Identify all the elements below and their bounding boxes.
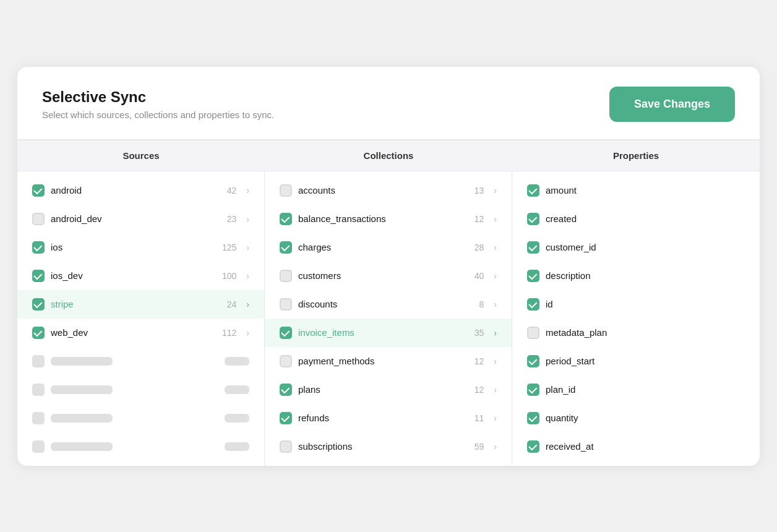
checkbox[interactable] [32, 184, 45, 197]
item-name: discounts [298, 299, 473, 309]
skeleton-name [51, 385, 113, 394]
list-item[interactable]: customer_id [512, 233, 760, 262]
list-item[interactable]: plans 12 › [265, 375, 512, 404]
checkbox[interactable] [527, 184, 539, 197]
collections-column-header: Collections [265, 150, 512, 161]
chevron-icon[interactable]: › [246, 328, 249, 338]
chevron-icon[interactable]: › [494, 385, 497, 395]
list-item[interactable]: ios_dev 100 › [17, 262, 264, 290]
checkbox[interactable] [280, 213, 292, 225]
sources-column-header: Sources [17, 150, 265, 161]
list-item[interactable]: web_dev 112 › [17, 319, 264, 347]
list-item[interactable]: id [512, 290, 760, 319]
skeleton-count [225, 414, 249, 423]
list-item[interactable]: balance_transactions 12 › [265, 205, 512, 233]
chevron-icon[interactable]: › [246, 299, 249, 309]
chevron-icon[interactable]: › [494, 214, 497, 224]
header-left: Selective Sync Select which sources, col… [42, 88, 274, 120]
checkbox[interactable] [527, 327, 539, 339]
save-button[interactable]: Save Changes [609, 87, 735, 122]
list-item[interactable]: received_at [512, 432, 760, 461]
list-item[interactable]: subscriptions 59 › [265, 432, 512, 461]
checkbox[interactable] [32, 298, 45, 311]
main-card: Selective Sync Select which sources, col… [17, 67, 760, 466]
checkbox[interactable] [280, 355, 292, 367]
checkbox[interactable] [527, 355, 539, 367]
item-name: amount [546, 185, 745, 195]
page-subtitle: Select which sources, collections and pr… [42, 109, 274, 120]
list-item[interactable]: accounts 13 › [265, 176, 512, 205]
item-count: 12 [474, 385, 484, 395]
item-count: 112 [222, 328, 236, 338]
list-item[interactable]: metadata_plan [512, 319, 760, 347]
checkbox[interactable] [32, 213, 45, 225]
checkbox[interactable] [527, 298, 539, 311]
checkbox[interactable] [280, 298, 292, 311]
item-name: customers [298, 270, 468, 281]
checkbox[interactable] [527, 213, 539, 225]
chevron-icon[interactable]: › [246, 271, 249, 281]
checkbox[interactable] [527, 384, 539, 396]
checkbox[interactable] [280, 327, 292, 339]
item-count: 28 [474, 242, 484, 252]
item-name: period_start [546, 356, 745, 366]
checkbox[interactable] [527, 241, 539, 254]
properties-column: amount created customer_id description i… [512, 171, 760, 466]
list-item[interactable]: plan_id [512, 375, 760, 404]
list-item[interactable]: period_start [512, 347, 760, 375]
chevron-icon[interactable]: › [494, 186, 497, 195]
checkbox[interactable] [527, 270, 539, 282]
item-name: android [51, 185, 221, 195]
checkbox[interactable] [527, 440, 539, 453]
item-name: ios [51, 242, 216, 252]
item-count: 8 [479, 299, 484, 309]
checkbox[interactable] [280, 241, 292, 254]
list-item[interactable]: discounts 8 › [265, 290, 512, 319]
list-item[interactable]: amount [512, 176, 760, 205]
list-item[interactable]: payment_methods 12 › [265, 347, 512, 375]
skeleton-count [225, 385, 249, 394]
chevron-icon[interactable]: › [494, 299, 497, 309]
skeleton-checkbox [32, 355, 45, 367]
list-item[interactable]: ios 125 › [17, 233, 264, 262]
list-item[interactable]: android 42 › [17, 176, 264, 205]
checkbox[interactable] [32, 327, 45, 339]
chevron-icon[interactable]: › [246, 214, 249, 224]
checkbox[interactable] [527, 412, 539, 424]
checkbox[interactable] [280, 384, 292, 396]
skeleton-name [51, 442, 113, 451]
item-name: received_at [546, 441, 745, 452]
chevron-icon[interactable]: › [494, 442, 497, 452]
item-name: charges [298, 242, 468, 252]
skeleton-name [51, 414, 113, 423]
list-item[interactable]: customers 40 › [265, 262, 512, 290]
header: Selective Sync Select which sources, col… [17, 67, 760, 140]
checkbox[interactable] [280, 184, 292, 197]
chevron-icon[interactable]: › [494, 242, 497, 252]
list-item[interactable]: quantity [512, 404, 760, 432]
list-item[interactable]: android_dev 23 › [17, 205, 264, 233]
chevron-icon[interactable]: › [246, 242, 249, 252]
chevron-icon[interactable]: › [494, 413, 497, 423]
chevron-icon[interactable]: › [494, 328, 497, 338]
list-item[interactable]: invoice_items 35 › [265, 319, 512, 347]
checkbox[interactable] [32, 270, 45, 282]
chevron-icon[interactable]: › [494, 271, 497, 281]
chevron-icon[interactable]: › [494, 356, 497, 366]
list-item[interactable]: refunds 11 › [265, 404, 512, 432]
list-item[interactable]: stripe 24 › [17, 290, 264, 319]
checkbox[interactable] [280, 412, 292, 424]
list-item[interactable]: charges 28 › [265, 233, 512, 262]
list-item[interactable]: description [512, 262, 760, 290]
checkbox[interactable] [280, 440, 292, 453]
list-item[interactable]: created [512, 205, 760, 233]
list-item [17, 375, 264, 404]
chevron-icon[interactable]: › [246, 186, 249, 195]
columns-header: Sources Collections Properties [17, 140, 760, 171]
collections-column: accounts 13 › balance_transactions 12 › … [265, 171, 512, 466]
item-name: description [546, 270, 745, 281]
item-name: created [546, 213, 745, 224]
list-item [17, 432, 264, 461]
checkbox[interactable] [280, 270, 292, 282]
checkbox[interactable] [32, 241, 45, 254]
